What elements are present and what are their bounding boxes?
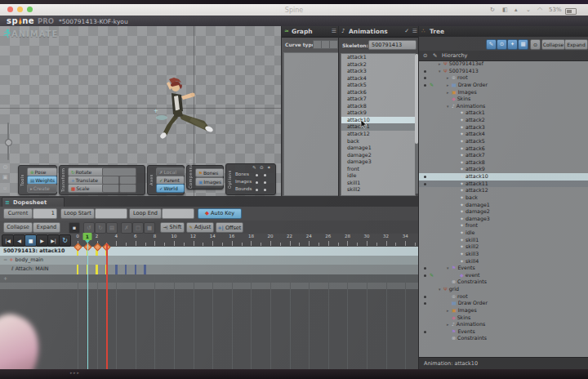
- animations-filter-icon[interactable]: ✓: [404, 28, 409, 34]
- attachment-row[interactable]: ℓ Attach: MAIN: [0, 265, 418, 274]
- animation-item[interactable]: attack5: [341, 82, 415, 89]
- tree-item-constraints[interactable]: ⊗Constraints: [419, 279, 588, 286]
- visibility-dot[interactable]: [424, 77, 426, 79]
- animation-item[interactable]: attack4: [341, 75, 415, 82]
- undo-key-icon[interactable]: ↺: [83, 222, 95, 234]
- visibility-dot[interactable]: [424, 267, 426, 270]
- compensate-bones-button[interactable]: ⚑Bones: [195, 168, 224, 177]
- curve-stepped-button[interactable]: [329, 40, 338, 49]
- tree-item-500791413[interactable]: ▾Ψ500791413: [419, 68, 588, 75]
- options-visibility-icon[interactable]: ⊙: [260, 165, 264, 170]
- copy-key-icon[interactable]: ▤: [106, 222, 118, 234]
- visibility-dot[interactable]: [424, 70, 426, 73]
- ds-expand-button[interactable]: Expand: [33, 222, 60, 233]
- add-row-plus[interactable]: +: [3, 275, 7, 281]
- keyframe[interactable]: [115, 265, 118, 274]
- selected-bone-handle[interactable]: +: [154, 108, 158, 114]
- visibility-dot[interactable]: [424, 296, 426, 298]
- keyframe[interactable]: [125, 265, 127, 274]
- timeline-scroll-strip[interactable]: [0, 283, 418, 289]
- tree-item-constraints[interactable]: ⊗Constraints: [419, 335, 588, 342]
- loop-toggle-button[interactable]: ↻: [59, 234, 71, 247]
- animation-viewport[interactable]: ANIMATE + ⊙ ▣ ▫ Tools ⊕P: [0, 26, 281, 196]
- tree-item-attack3[interactable]: ✦attack3: [419, 124, 588, 132]
- axes-world-button[interactable]: ✓World: [156, 184, 185, 193]
- animation-item[interactable]: front: [341, 166, 415, 173]
- tree-item-events[interactable]: ⚑Events: [419, 328, 588, 336]
- animation-item[interactable]: skill1: [341, 180, 415, 187]
- tree-item-attack11[interactable]: ✦attack11: [419, 181, 588, 188]
- last-frame-button[interactable]: ▶|: [47, 234, 60, 247]
- add-timeline-row[interactable]: +: [0, 274, 418, 283]
- fit-view-icon[interactable]: ▣: [2, 174, 8, 181]
- previous-frame-button[interactable]: ◀: [13, 234, 25, 247]
- tree-item-attack4[interactable]: ✦attack4: [419, 131, 588, 138]
- animation-item[interactable]: damage3: [341, 158, 415, 166]
- adjust-button[interactable]: ✎ Adjust: [186, 222, 214, 233]
- character-sprite[interactable]: [147, 75, 222, 157]
- visibility-dot[interactable]: [424, 84, 426, 87]
- animation-item[interactable]: back: [341, 138, 415, 145]
- tree-item-skill2[interactable]: ✦skill2: [419, 243, 588, 251]
- create-button[interactable]: ▸Create: [27, 184, 57, 193]
- visibility-dot[interactable]: [424, 302, 426, 305]
- current-frame-field[interactable]: 1: [33, 208, 57, 219]
- tree-visibility-tool-button[interactable]: ⊙: [497, 39, 507, 50]
- tree-grid-tool-button[interactable]: ▦: [518, 39, 528, 50]
- status-keyboard-icon[interactable]: ⌄: [526, 7, 531, 13]
- zoom-slider-knob[interactable]: [5, 139, 12, 146]
- tree-item-attack2[interactable]: ✦attack2: [419, 117, 588, 124]
- animation-item[interactable]: damage1: [341, 145, 415, 152]
- animation-item[interactable]: skill2: [341, 186, 415, 194]
- tree-item-attack1[interactable]: ✦attack1: [419, 109, 588, 117]
- ds-collapse-button[interactable]: Collapse: [3, 222, 33, 233]
- tree-item-attack8[interactable]: ✦attack8: [419, 159, 588, 167]
- tree-item-event[interactable]: ✎◆event: [419, 272, 588, 279]
- animation-item[interactable]: attack9: [341, 109, 415, 117]
- loop-start-field[interactable]: [95, 208, 127, 219]
- tree-item-idle[interactable]: ✦idle: [419, 230, 588, 237]
- options-edit-icon[interactable]: ✎: [252, 165, 256, 170]
- tree-item-front[interactable]: ✦front: [419, 222, 588, 230]
- tree-item-draw-order[interactable]: ▤Draw Order: [419, 300, 588, 307]
- tree-item-events[interactable]: ▾⚑Events: [419, 265, 588, 272]
- options-bones-dot2[interactable]: [264, 174, 266, 176]
- animation-item[interactable]: attack2: [341, 61, 415, 69]
- settings-icon[interactable]: ▫: [3, 185, 7, 190]
- tree-panel-header[interactable]: ∴ Tree: [419, 26, 588, 38]
- tree-item-draw-order[interactable]: ✎▸▤Draw Order: [419, 82, 588, 89]
- scale-button[interactable]: ■Scale: [68, 184, 105, 193]
- collapse-minus-icon[interactable]: −: [3, 256, 7, 262]
- options-images-dot2[interactable]: [264, 181, 266, 184]
- graph-menu-icon[interactable]: ☰: [332, 28, 336, 34]
- options-images-dot1[interactable]: [256, 181, 258, 184]
- animation-item[interactable]: attack7: [341, 96, 415, 103]
- tree-item-images[interactable]: ▸▣Images: [419, 89, 588, 96]
- tree-item-damage1[interactable]: ✦damage1: [419, 202, 588, 209]
- play-button[interactable]: ▶: [36, 234, 48, 247]
- animation-item[interactable]: attack11: [341, 123, 415, 131]
- tree-item-attack9[interactable]: ✦attack9: [419, 166, 588, 173]
- graph-panel-header[interactable]: ≈ Graph ☰: [282, 26, 339, 38]
- visibility-dot[interactable]: [424, 274, 426, 277]
- options-bones-dot1[interactable]: [256, 174, 258, 176]
- marker-line[interactable]: [106, 243, 108, 369]
- animation-item[interactable]: attack10: [341, 117, 415, 124]
- tree-item-attack10[interactable]: ✦attack10: [419, 173, 588, 181]
- tree-item-damage3[interactable]: ✦damage3: [419, 216, 588, 223]
- scale-y-field[interactable]: [119, 184, 136, 193]
- tree-item-images[interactable]: ▸▣Images: [419, 307, 588, 314]
- zoom-icon[interactable]: ⊙: [2, 163, 8, 171]
- tree-item-attack6[interactable]: ✦attack6: [419, 145, 588, 153]
- wifi-icon[interactable]: ◠: [537, 7, 542, 13]
- tree-search-button[interactable]: ⊙: [530, 39, 541, 50]
- animation-item[interactable]: idle: [341, 172, 415, 180]
- current-frame-marker[interactable]: 1: [82, 233, 91, 240]
- tree-item-500791413ef[interactable]: ▸Ψ500791413ef: [419, 60, 588, 68]
- tree-item-skill3[interactable]: ✦skill3: [419, 251, 588, 258]
- tree-item-damage2[interactable]: ✦damage2: [419, 208, 588, 216]
- tree-item-root[interactable]: ⊕root: [419, 293, 588, 301]
- animation-summary-row[interactable]: 500791413: attack10: [0, 247, 418, 256]
- offset-button[interactable]: +| Offset: [216, 222, 243, 233]
- tree-item-skill4[interactable]: ✦skill4: [419, 258, 588, 265]
